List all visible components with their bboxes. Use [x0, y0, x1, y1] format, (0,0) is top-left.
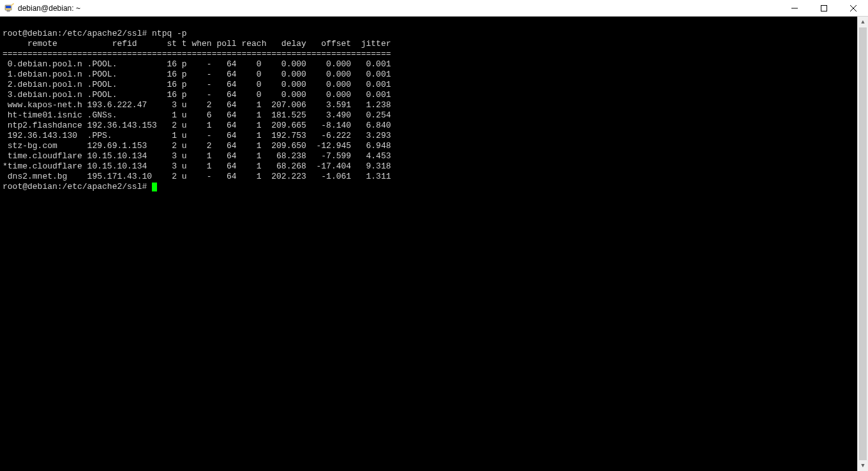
command-text: ntpq -p — [152, 29, 187, 38]
window-title: debian@debian: ~ — [18, 4, 780, 13]
svg-rect-2 — [7, 10, 10, 11]
putty-icon — [4, 3, 14, 13]
minimize-button[interactable] — [780, 0, 809, 17]
close-button[interactable] — [839, 0, 868, 17]
prompt-line-2: root@debian:/etc/apache2/ssl# — [3, 182, 152, 191]
terminal-area[interactable]: root@debian:/etc/apache2/ssl# ntpq -p re… — [0, 17, 868, 471]
svg-point-3 — [13, 3, 14, 4]
prompt-line-1: root@debian:/etc/apache2/ssl# ntpq -p — [3, 29, 187, 38]
ntpq-separator: ========================================… — [3, 49, 391, 59]
maximize-button[interactable] — [809, 0, 839, 17]
terminal-cursor — [152, 183, 157, 191]
ntpq-rows: 0.debian.pool.n .POOL. 16 p - 64 0 0.000… — [3, 59, 865, 182]
scrollbar-up-arrow[interactable]: ▲ — [858, 17, 868, 27]
svg-rect-5 — [821, 6, 827, 11]
ntpq-header: remote refid st t when poll reach delay … — [3, 39, 391, 49]
window-titlebar[interactable]: debian@debian: ~ — [0, 0, 868, 17]
svg-rect-1 — [6, 6, 11, 8]
scrollbar-down-arrow[interactable]: ▼ — [858, 460, 868, 471]
window-controls — [780, 0, 868, 16]
scrollbar-thumb[interactable] — [859, 27, 867, 460]
terminal-scrollbar[interactable]: ▲ ▼ — [857, 17, 868, 471]
